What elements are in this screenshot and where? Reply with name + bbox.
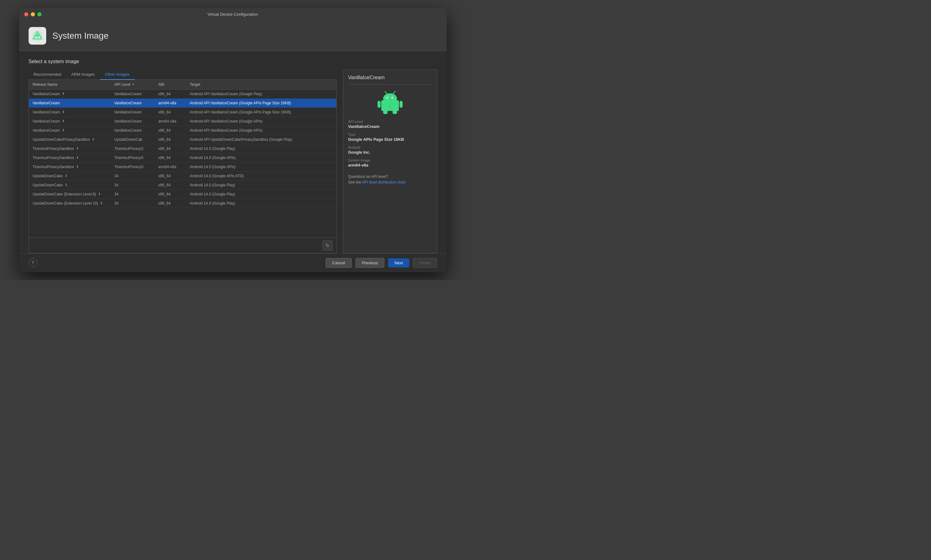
cell-abi: x86_64 (155, 153, 186, 162)
download-icon: ⬇ (98, 192, 101, 196)
cell-abi: x86_64 (155, 199, 186, 208)
content-area: Select a system image Recommended ARM Im… (19, 51, 447, 253)
svg-rect-11 (400, 101, 403, 108)
cell-api-level: VanillaIceCream (111, 108, 155, 117)
cell-release-name: TiramisuPrivacySandbox ⬇ (29, 163, 111, 171)
android-value: Google Inc. (348, 150, 432, 155)
android-label: Android (348, 146, 432, 149)
cell-abi: arm64-v8a (155, 98, 186, 108)
download-icon: ⬇ (92, 137, 95, 142)
system-image-label: System Image (348, 158, 432, 162)
table-row[interactable]: UpsideDownCake (Extension Level 8) ⬇ 34 … (29, 190, 336, 199)
table-row[interactable]: VanillaIceCream ⬇ VanillaIceCream arm64-… (29, 117, 336, 126)
cell-target: Android 14.0 (Google APIs) (186, 153, 336, 162)
cell-target: Android API VanillaIceCream (Google APIs… (186, 126, 336, 135)
cell-release-name: VanillaIceCream ⬇ (29, 108, 111, 117)
table-row[interactable]: VanillaIceCream VanillaIceCream arm64-v8… (29, 98, 336, 108)
api-level-label: API Level (348, 120, 432, 123)
minimize-button[interactable] (31, 12, 35, 16)
cell-release-name: VanillaIceCream ⬇ (29, 117, 111, 126)
table-row[interactable]: UpsideDownCake (Extension Level 10) ⬇ 34… (29, 199, 336, 208)
table-row[interactable]: TiramisuPrivacySandbox ⬇ TiramisuPrivacy… (29, 153, 336, 163)
table-row[interactable]: VanillaIceCream ⬇ VanillaIceCream x86_64… (29, 126, 336, 135)
cell-api-level: 34 (111, 172, 155, 180)
table-body[interactable]: VanillaIceCream ⬇ VanillaIceCream x86_64… (29, 89, 336, 238)
cell-target: Android API VanillaIceCream (Google APIs… (186, 117, 336, 126)
info-box: VanillaIceCream (343, 69, 437, 253)
previous-button[interactable]: Previous (355, 258, 385, 268)
col-release-name: Release Name (29, 80, 111, 89)
cell-release-name: UpsideDownCake (Extension Level 10) ⬇ (29, 199, 111, 208)
cell-release-name: VanillaIceCream ⬇ (29, 126, 111, 135)
maximize-button[interactable] (37, 12, 42, 16)
cell-target: Android API UpsideDownCakePrivacySandbox… (186, 135, 336, 144)
table-header: Release Name API Level ▼ ABI Target (29, 80, 336, 89)
type-value: Google APIs Page Size 16KB (348, 137, 432, 142)
help-button[interactable]: ? (29, 258, 37, 267)
table-row[interactable]: TiramisuPrivacySandbox ⬇ TiramisuPrivacy… (29, 163, 336, 172)
system-image-field: System Image arm64-v8a (348, 158, 432, 168)
header: System Image (19, 21, 447, 51)
api-question: Questions on API level? See the API leve… (348, 174, 432, 185)
cell-release-name: VanillaIceCream (29, 98, 111, 108)
cell-release-name: UpsideDownCake (Extension Level 8) ⬇ (29, 190, 111, 198)
tab-other-images[interactable]: Other Images (100, 69, 135, 80)
cell-release-name: UpsideDownCake ⬇ (29, 181, 111, 189)
table-footer: ↻ (29, 238, 336, 253)
cell-abi: x86_64 (155, 144, 186, 153)
type-label: Type (348, 132, 432, 136)
cell-abi: x86_64 (155, 135, 186, 144)
close-button[interactable] (24, 12, 28, 16)
cell-api-level: 34 (111, 199, 155, 208)
main-area: Recommended ARM Images Other Images Rele… (29, 69, 437, 253)
cancel-button[interactable]: Cancel (326, 258, 351, 268)
tab-arm-images[interactable]: ARM Images (66, 69, 100, 80)
download-icon: ⬇ (76, 146, 79, 151)
cell-abi: arm64-v8a (155, 163, 186, 171)
next-button[interactable]: Next (388, 258, 409, 268)
api-level-field: API Level VanillaIceCream (348, 120, 432, 129)
api-link[interactable]: API level distribution chart (362, 180, 406, 185)
svg-point-7 (392, 97, 393, 98)
cell-release-name: VanillaIceCream ⬇ (29, 89, 111, 98)
col-api-level[interactable]: API Level ▼ (111, 80, 155, 89)
type-field: Type Google APIs Page Size 16KB (348, 132, 432, 142)
android-field: Android Google Inc. (348, 146, 432, 155)
window-title: Virtual Device Configuration (208, 12, 258, 17)
left-panel: Recommended ARM Images Other Images Rele… (29, 69, 337, 253)
cell-release-name: UpsideDownCake ⬇ (29, 172, 111, 180)
cell-abi: x86_64 (155, 190, 186, 198)
traffic-lights (24, 12, 42, 16)
refresh-button[interactable]: ↻ (323, 240, 332, 251)
download-icon: ⬇ (76, 165, 79, 169)
svg-rect-13 (392, 110, 397, 114)
cell-api-level: TiramisuPrivacyS (111, 153, 155, 162)
table-row[interactable]: UpsideDownCake ⬇ 34 x86_64 Android 14.0 … (29, 172, 336, 181)
titlebar: Virtual Device Configuration (19, 8, 447, 21)
download-icon: ⬇ (65, 174, 68, 178)
table-row[interactable]: UpsideDownCakePrivacySandbox ⬇ UpsideDow… (29, 135, 336, 144)
right-panel: VanillaIceCream (343, 69, 437, 253)
cell-target: Android API VanillaIceCream (Google APIs… (186, 98, 336, 108)
table-row[interactable]: TiramisuPrivacySandbox ⬇ TiramisuPrivacy… (29, 144, 336, 153)
table-row[interactable]: VanillaIceCream ⬇ VanillaIceCream x86_64… (29, 108, 336, 117)
info-title: VanillaIceCream (348, 75, 432, 85)
download-icon: ⬇ (100, 201, 103, 205)
android-studio-icon (29, 27, 46, 45)
download-icon: ⬇ (65, 183, 68, 187)
svg-point-1 (36, 34, 39, 37)
footer-left: ? (29, 258, 37, 267)
cell-api-level: 34 (111, 190, 155, 198)
cell-abi: x86_64 (155, 172, 186, 180)
download-icon: ⬇ (62, 110, 65, 114)
table-row[interactable]: VanillaIceCream ⬇ VanillaIceCream x86_64… (29, 89, 336, 98)
cell-target: Android 14.0 (Google Play) (186, 181, 336, 189)
download-icon: ⬇ (76, 155, 79, 160)
table-row[interactable]: UpsideDownCake ⬇ 34 x86_64 Android 14.0 … (29, 181, 336, 190)
cell-api-level: VanillaIceCream (111, 126, 155, 135)
api-level-value: VanillaIceCream (348, 124, 432, 129)
cell-abi: x86_64 (155, 89, 186, 98)
page-title: System Image (52, 31, 109, 41)
tab-recommended[interactable]: Recommended (29, 69, 66, 80)
col-target: Target (186, 80, 336, 89)
